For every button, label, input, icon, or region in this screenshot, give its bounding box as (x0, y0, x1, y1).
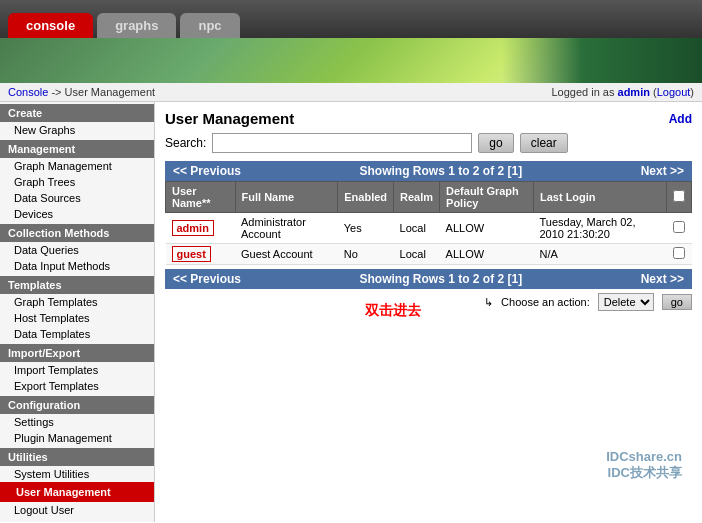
sidebar-templates-header: Templates (0, 276, 154, 294)
add-link[interactable]: Add (669, 112, 692, 126)
header-banner (0, 38, 702, 83)
page-header: User Management Add (165, 110, 692, 127)
sidebar-configuration-header: Configuration (0, 396, 154, 414)
sidebar-item-new-graphs[interactable]: New Graphs (0, 122, 154, 138)
top-nav: console graphs npc (0, 0, 702, 38)
sidebar-item-graph-trees[interactable]: Graph Trees (0, 174, 154, 190)
sidebar: Create New Graphs Management Graph Manag… (0, 102, 155, 522)
fullname-cell-guest: Guest Account (235, 244, 338, 265)
tab-console[interactable]: console (8, 13, 93, 38)
col-enabled: Enabled (338, 182, 394, 213)
admin-link[interactable]: admin (618, 86, 650, 98)
col-checkbox-header (667, 182, 692, 213)
sidebar-item-data-input-methods[interactable]: Data Input Methods (0, 258, 154, 274)
user-table: User Name** Full Name Enabled Realm Defa… (165, 181, 692, 265)
next-link-bottom[interactable]: Next >> (641, 272, 684, 286)
breadcrumb-current: User Management (65, 86, 156, 98)
col-username: User Name** (166, 182, 236, 213)
go-action-button[interactable]: go (662, 294, 692, 310)
login-info: Logged in as admin (Logout) (551, 86, 694, 98)
sidebar-item-host-templates[interactable]: Host Templates (0, 310, 154, 326)
col-lastlogin: Last Login (533, 182, 666, 213)
sidebar-collection-header: Collection Methods (0, 224, 154, 242)
sidebar-item-logout-user[interactable]: Logout User (0, 502, 154, 518)
user-link-admin[interactable]: admin (172, 220, 214, 236)
breadcrumb-bar: Console -> User Management Logged in as … (0, 83, 702, 102)
breadcrumb-console[interactable]: Console (8, 86, 48, 98)
realm-cell-admin: Local (394, 213, 440, 244)
checkbox-cell-admin (667, 213, 692, 244)
sidebar-item-data-queries[interactable]: Data Queries (0, 242, 154, 258)
sidebar-item-data-templates[interactable]: Data Templates (0, 326, 154, 342)
enabled-cell-guest: No (338, 244, 394, 265)
table-row: guest Guest Account No Local ALLOW N/A (166, 244, 692, 265)
watermark-line1: IDCshare.cn (606, 449, 682, 464)
clear-button[interactable]: clear (520, 133, 568, 153)
username-cell-guest: guest (166, 244, 236, 265)
table-row: admin Administrator Account Yes Local AL… (166, 213, 692, 244)
lastlogin-cell-guest: N/A (533, 244, 666, 265)
checkbox-cell-guest (667, 244, 692, 265)
breadcrumb-separator: -> (51, 86, 64, 98)
action-select[interactable]: Delete (598, 293, 654, 311)
sidebar-item-import-templates[interactable]: Import Templates (0, 362, 154, 378)
table-nav-top: << Previous Showing Rows 1 to 2 of 2 [1]… (165, 161, 692, 181)
lastlogin-cell-admin: Tuesday, March 02, 2010 21:30:20 (533, 213, 666, 244)
sidebar-import-export-header: Import/Export (0, 344, 154, 362)
sidebar-create-header: Create (0, 104, 154, 122)
sidebar-item-plugin-management[interactable]: Plugin Management (0, 430, 154, 446)
showing-rows-bottom: Showing Rows 1 to 2 of 2 [1] (360, 272, 523, 286)
search-label: Search: (165, 136, 206, 150)
realm-cell-guest: Local (394, 244, 440, 265)
sidebar-item-devices[interactable]: Devices (0, 206, 154, 222)
prev-link-bottom[interactable]: << Previous (173, 272, 241, 286)
watermark: IDCshare.cn IDC技术共享 (606, 449, 682, 482)
fullname-cell-admin: Administrator Account (235, 213, 338, 244)
breadcrumb: Console -> User Management (8, 86, 155, 98)
go-button[interactable]: go (478, 133, 513, 153)
sidebar-item-export-templates[interactable]: Export Templates (0, 378, 154, 394)
sidebar-item-settings[interactable]: Settings (0, 414, 154, 430)
policy-cell-guest: ALLOW (440, 244, 534, 265)
page-title: User Management (165, 110, 294, 127)
sidebar-item-system-utilities[interactable]: System Utilities (0, 466, 154, 482)
action-bar: ↳ Choose an action: Delete go (165, 293, 692, 311)
sidebar-item-user-management[interactable]: User Management (0, 482, 154, 502)
main-content: User Management Add Search: go clear << … (155, 102, 702, 522)
col-policy: Default Graph Policy (440, 182, 534, 213)
select-all-checkbox[interactable] (673, 190, 685, 202)
col-realm: Realm (394, 182, 440, 213)
choose-action-label: Choose an action: (501, 296, 590, 308)
logout-link[interactable]: Logout (657, 86, 691, 98)
search-bar: Search: go clear (165, 133, 692, 153)
sidebar-item-graph-management[interactable]: Graph Management (0, 158, 154, 174)
table-nav-bottom: << Previous Showing Rows 1 to 2 of 2 [1]… (165, 269, 692, 289)
sidebar-utilities-header: Utilities (0, 448, 154, 466)
col-fullname: Full Name (235, 182, 338, 213)
tab-npc[interactable]: npc (180, 13, 239, 38)
arrow-icon: ↳ (484, 296, 493, 309)
sidebar-management-header: Management (0, 140, 154, 158)
table-header-row: User Name** Full Name Enabled Realm Defa… (166, 182, 692, 213)
row-checkbox-admin[interactable] (673, 221, 685, 233)
watermark-line2: IDC技术共享 (606, 464, 682, 482)
showing-rows-top: Showing Rows 1 to 2 of 2 [1] (360, 164, 523, 178)
main-layout: Create New Graphs Management Graph Manag… (0, 102, 702, 522)
search-input[interactable] (212, 133, 472, 153)
user-link-guest[interactable]: guest (172, 246, 211, 262)
row-checkbox-guest[interactable] (673, 247, 685, 259)
policy-cell-admin: ALLOW (440, 213, 534, 244)
tab-graphs[interactable]: graphs (97, 13, 176, 38)
sidebar-item-data-sources[interactable]: Data Sources (0, 190, 154, 206)
next-link-top[interactable]: Next >> (641, 164, 684, 178)
username-cell-admin: admin (166, 213, 236, 244)
prev-link-top[interactable]: << Previous (173, 164, 241, 178)
enabled-cell-admin: Yes (338, 213, 394, 244)
sidebar-item-graph-templates[interactable]: Graph Templates (0, 294, 154, 310)
